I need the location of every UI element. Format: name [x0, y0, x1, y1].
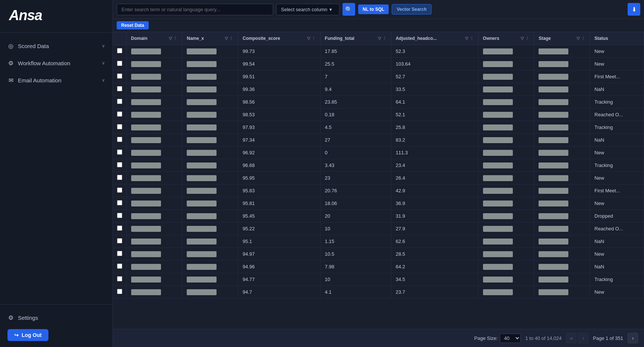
search-button[interactable]: 🔍	[342, 3, 355, 16]
row-checkbox[interactable]	[117, 175, 122, 180]
cell-adjusted-headco: 33.5	[391, 83, 478, 96]
table-row: 94.74.123.7 New	[113, 286, 644, 299]
row-checkbox-cell[interactable]	[113, 121, 126, 134]
row-checkbox-cell[interactable]	[113, 58, 126, 70]
settings-label: Settings	[18, 315, 38, 321]
row-checkbox[interactable]	[117, 251, 122, 256]
page-size-select[interactable]: 40 10 20 100	[500, 334, 521, 343]
menu-icon-3[interactable]: ⋮	[312, 36, 316, 41]
reset-data-button[interactable]: Reset Data	[117, 21, 149, 29]
cell-name-x	[182, 45, 238, 58]
row-checkbox[interactable]	[117, 99, 122, 104]
row-checkbox-cell[interactable]	[113, 83, 126, 96]
sidebar-item-settings[interactable]: ⚙ Settings	[7, 310, 105, 325]
row-checkbox[interactable]	[117, 137, 122, 142]
filter-icon-6[interactable]: ▽	[521, 36, 524, 41]
col-header-status[interactable]: Status	[590, 32, 644, 45]
col-header-stage[interactable]: Stage ▽ ⋮	[534, 32, 590, 45]
row-checkbox[interactable]	[117, 48, 122, 53]
row-checkbox[interactable]	[117, 61, 122, 66]
row-checkbox-cell[interactable]	[113, 45, 126, 58]
filter-icon-5[interactable]: ▽	[465, 36, 468, 41]
search-column-select[interactable]: Select search column ▾	[276, 4, 340, 15]
row-checkbox[interactable]	[117, 264, 122, 269]
download-button[interactable]: ⬇	[628, 3, 640, 16]
row-checkbox-cell[interactable]	[113, 70, 126, 83]
vector-search-button[interactable]: Vector Search	[392, 4, 431, 15]
row-checkbox[interactable]	[117, 162, 122, 167]
filter-icon-7[interactable]: ▽	[577, 36, 580, 41]
row-checkbox-cell[interactable]	[113, 223, 126, 235]
table-row: 94.9710.528.5 New	[113, 248, 644, 261]
table-row: 96.683.4323.4 Tracking	[113, 159, 644, 172]
search-input[interactable]	[117, 4, 273, 15]
menu-icon-2[interactable]: ⋮	[229, 36, 233, 41]
download-icon: ⬇	[632, 6, 637, 13]
row-checkbox-cell[interactable]	[113, 172, 126, 184]
col-header-owners[interactable]: Owners ▽ ⋮	[478, 32, 534, 45]
nl-to-sql-button[interactable]: NL to SQL	[358, 4, 389, 14]
col-header-domain[interactable]: Domain ▽ ⋮	[126, 32, 182, 45]
row-checkbox-cell[interactable]	[113, 108, 126, 121]
row-checkbox[interactable]	[117, 289, 122, 294]
row-checkbox-cell[interactable]	[113, 96, 126, 108]
row-checkbox[interactable]	[117, 149, 122, 155]
col-header-adjusted-headco[interactable]: Adjusted_headco... ▽ ⋮	[391, 32, 478, 45]
row-checkbox-cell[interactable]	[113, 286, 126, 299]
row-checkbox[interactable]	[117, 187, 122, 193]
prev-page-button[interactable]: ‹	[578, 333, 588, 343]
row-checkbox[interactable]	[117, 124, 122, 129]
menu-icon[interactable]: ⋮	[173, 36, 177, 41]
menu-icon-5[interactable]: ⋮	[470, 36, 474, 41]
row-checkbox-cell[interactable]	[113, 248, 126, 261]
filter-icon-4[interactable]: ▽	[378, 36, 381, 41]
sidebar-item-scored-data[interactable]: ◎ Scored Data ∨	[0, 37, 113, 54]
cell-name-x	[182, 70, 238, 83]
row-checkbox-cell[interactable]	[113, 184, 126, 197]
cell-owners	[478, 261, 534, 273]
row-checkbox[interactable]	[117, 276, 122, 281]
row-checkbox[interactable]	[117, 238, 122, 243]
main-content: Select search column ▾ 🔍 NL to SQL Vecto…	[113, 0, 644, 347]
filter-icon-3[interactable]: ▽	[307, 36, 310, 41]
cell-composite-score: 95.81	[238, 197, 320, 210]
search-column-label: Select search column	[281, 7, 327, 12]
menu-icon-4[interactable]: ⋮	[382, 36, 386, 41]
cell-domain	[126, 235, 182, 248]
row-checkbox-cell[interactable]	[113, 235, 126, 248]
sidebar: Ansa ◎ Scored Data ∨ ⚙ Workflow Automati…	[0, 0, 113, 347]
row-checkbox-cell[interactable]	[113, 261, 126, 273]
filter-icon-2[interactable]: ▽	[225, 36, 228, 41]
first-page-button[interactable]: «	[566, 333, 577, 343]
menu-icon-7[interactable]: ⋮	[581, 36, 585, 41]
next-page-icon: ›	[632, 335, 634, 341]
cell-name-x	[182, 286, 238, 299]
sidebar-item-label-email: Email Automation	[18, 77, 61, 83]
sidebar-item-email-automation[interactable]: ✉ Email Automation ∨	[0, 72, 113, 89]
row-checkbox[interactable]	[117, 225, 122, 231]
sidebar-item-workflow-automation[interactable]: ⚙ Workflow Automation ∨	[0, 54, 113, 72]
row-checkbox-cell[interactable]	[113, 146, 126, 159]
logout-button[interactable]: ↪ Log Out	[7, 329, 48, 341]
col-header-funding-total[interactable]: Funding_total ▽ ⋮	[320, 32, 391, 45]
col-header-composite-score[interactable]: Composite_score ▽ ⋮	[238, 32, 320, 45]
next-page-button[interactable]: ›	[628, 333, 638, 343]
cell-stage	[534, 248, 590, 261]
filter-icon[interactable]: ▽	[169, 36, 172, 41]
row-checkbox[interactable]	[117, 86, 122, 91]
row-checkbox-cell[interactable]	[113, 159, 126, 172]
cell-name-x	[182, 210, 238, 223]
row-checkbox[interactable]	[117, 111, 122, 117]
col-header-name-x[interactable]: Name_x ▽ ⋮	[182, 32, 238, 45]
row-checkbox[interactable]	[117, 213, 122, 218]
menu-icon-6[interactable]: ⋮	[525, 36, 529, 41]
row-checkbox-cell[interactable]	[113, 197, 126, 210]
row-checkbox-cell[interactable]	[113, 134, 126, 146]
row-checkbox[interactable]	[117, 200, 122, 205]
row-checkbox-cell[interactable]	[113, 273, 126, 286]
cell-owners	[478, 197, 534, 210]
data-table: Domain ▽ ⋮ Name_x ▽ ⋮	[113, 32, 644, 299]
data-table-wrapper[interactable]: Domain ▽ ⋮ Name_x ▽ ⋮	[113, 32, 644, 329]
row-checkbox[interactable]	[117, 73, 122, 79]
row-checkbox-cell[interactable]	[113, 210, 126, 223]
